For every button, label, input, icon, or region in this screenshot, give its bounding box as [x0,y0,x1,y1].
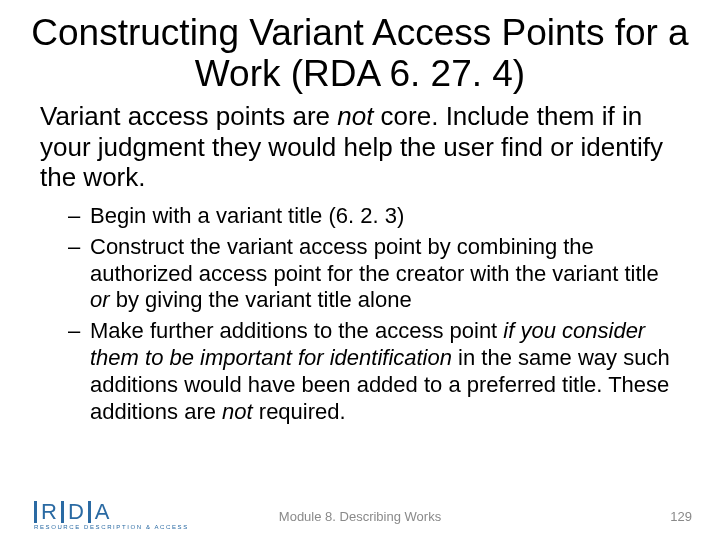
intro-em: not [337,101,373,131]
bullet-pre: Construct the variant access point by co… [90,234,659,286]
footer-page-number: 129 [670,509,692,524]
bullet-em2: not [222,399,253,424]
slide-body: Variant access points are not core. Incl… [0,95,720,426]
bullet-mid: by giving the variant title alone [110,287,412,312]
list-item: Begin with a variant title (6. 2. 3) [68,203,680,230]
logo-subtitle: RESOURCE DESCRIPTION & ACCESS [34,524,189,530]
bullet-pre: Make further additions to the access poi… [90,318,503,343]
list-item: Make further additions to the access poi… [68,318,680,425]
footer-module: Module 8. Describing Works [0,509,720,524]
intro-paragraph: Variant access points are not core. Incl… [40,101,680,193]
footer: R D A RESOURCE DESCRIPTION & ACCESS Modu… [0,496,720,532]
slide: Constructing Variant Access Points for a… [0,0,720,540]
bullet-em: or [90,287,110,312]
slide-title: Constructing Variant Access Points for a… [0,0,720,95]
bullet-text: Begin with a variant title (6. 2. 3) [90,203,404,228]
intro-pre: Variant access points are [40,101,337,131]
bullet-post: required. [253,399,346,424]
bullet-list: Begin with a variant title (6. 2. 3) Con… [40,203,680,426]
list-item: Construct the variant access point by co… [68,234,680,314]
